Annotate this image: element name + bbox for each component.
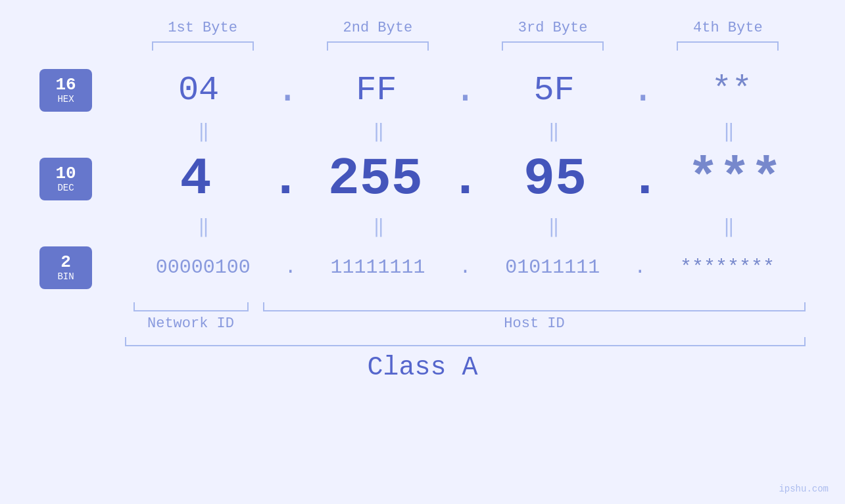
- hex-badge: 16 HEX: [39, 69, 92, 112]
- byte3-header: 3rd Byte: [475, 20, 631, 36]
- bin-byte4: ********: [680, 256, 775, 279]
- byte4-header: 4th Byte: [650, 20, 806, 36]
- hex-byte2: FF: [356, 71, 397, 110]
- eq2-b2: ‖: [300, 215, 455, 238]
- eq1-b3: ‖: [475, 120, 631, 143]
- eq1-b4: ‖: [650, 120, 806, 143]
- class-label: Class A: [367, 353, 477, 382]
- bin-sep2: .: [459, 256, 471, 279]
- dec-byte1: 4: [180, 149, 212, 209]
- main-container: 1st Byte 2nd Byte 3rd Byte 4th Byte: [0, 0, 845, 504]
- bin-sep3: .: [634, 256, 646, 279]
- eq2-b4: ‖: [650, 215, 806, 238]
- dec-sep1: .: [270, 149, 301, 209]
- hex-byte4: **: [712, 71, 752, 110]
- hex-sep1: .: [276, 68, 299, 112]
- dec-sep3: .: [629, 149, 661, 209]
- byte1-header: 1st Byte: [125, 20, 280, 36]
- dec-badge: 10 DEC: [39, 158, 92, 200]
- network-id-label: Network ID: [147, 315, 234, 332]
- bin-byte3: 01011111: [505, 256, 600, 279]
- eq1-b1: ‖: [125, 120, 280, 143]
- dec-byte3: 95: [523, 149, 587, 209]
- dec-byte2: 255: [328, 149, 423, 209]
- byte2-header: 2nd Byte: [300, 20, 455, 36]
- bin-byte1: 00000100: [156, 256, 251, 279]
- dec-sep2: .: [449, 149, 481, 209]
- hex-byte1: 04: [178, 71, 219, 110]
- hex-sep2: .: [453, 68, 477, 112]
- eq1-b2: ‖: [300, 120, 455, 143]
- hex-byte3: 5F: [533, 71, 574, 110]
- host-id-label: Host ID: [504, 315, 564, 332]
- bin-badge: 2 BIN: [39, 246, 92, 289]
- dec-byte4: ***: [687, 149, 782, 209]
- bin-byte2: 11111111: [331, 256, 425, 279]
- bin-sep1: .: [285, 256, 297, 279]
- hex-sep3: .: [631, 68, 655, 112]
- watermark: ipshu.com: [779, 484, 829, 494]
- eq2-b3: ‖: [475, 215, 631, 238]
- eq2-b1: ‖: [125, 215, 280, 238]
